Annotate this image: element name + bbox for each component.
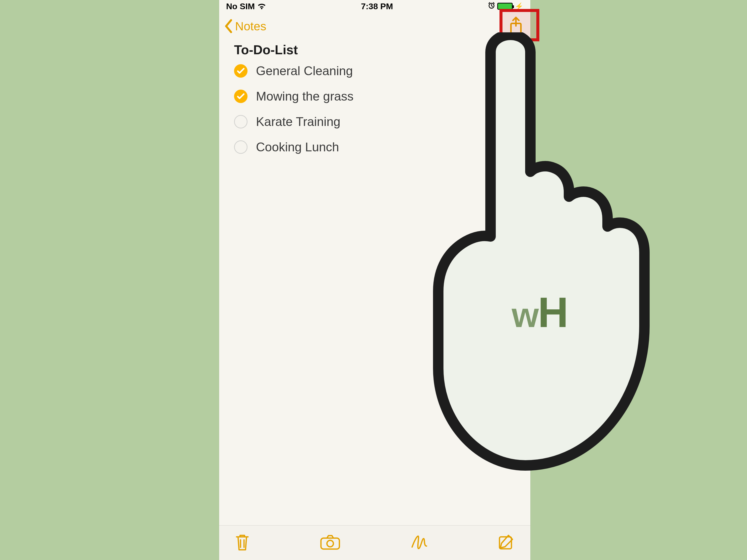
compose-button[interactable] (497, 533, 515, 552)
checkbox-empty-icon[interactable] (234, 140, 248, 154)
todo-item[interactable]: General Cleaning (234, 64, 520, 78)
clock-label: 7:38 PM (361, 1, 393, 11)
back-button[interactable]: Notes (224, 19, 266, 34)
phone-frame: No SIM 7:38 PM ⚡ Notes (219, 0, 531, 560)
todo-label: Mowing the grass (256, 89, 354, 104)
battery-icon (497, 3, 513, 10)
trash-button[interactable] (234, 533, 251, 553)
note-content: To-Do-List General Cleaning Mowing the g… (219, 40, 531, 154)
checkbox-empty-icon[interactable] (234, 115, 248, 128)
chevron-left-icon (224, 19, 234, 34)
alarm-icon (488, 1, 495, 11)
back-label: Notes (235, 20, 266, 33)
todo-label: General Cleaning (256, 64, 353, 78)
camera-button[interactable] (319, 534, 341, 552)
bottom-toolbar (219, 525, 531, 560)
svg-point-3 (327, 540, 333, 547)
todo-item[interactable]: Karate Training (234, 114, 520, 129)
todo-item[interactable]: Cooking Lunch (234, 140, 520, 154)
nav-bar: Notes (219, 12, 531, 40)
checkbox-checked-icon[interactable] (234, 64, 248, 78)
sketch-button[interactable] (410, 534, 429, 552)
note-title: To-Do-List (234, 42, 520, 57)
wifi-icon (257, 3, 266, 10)
checkbox-checked-icon[interactable] (234, 89, 248, 103)
carrier-label: No SIM (226, 1, 255, 11)
todo-item[interactable]: Mowing the grass (234, 89, 520, 104)
status-bar: No SIM 7:38 PM ⚡ (219, 0, 531, 12)
share-button[interactable] (509, 31, 523, 35)
todo-list: General Cleaning Mowing the grass Karate… (234, 64, 520, 154)
charging-icon: ⚡ (515, 2, 523, 10)
todo-label: Cooking Lunch (256, 140, 339, 154)
todo-label: Karate Training (256, 114, 340, 129)
